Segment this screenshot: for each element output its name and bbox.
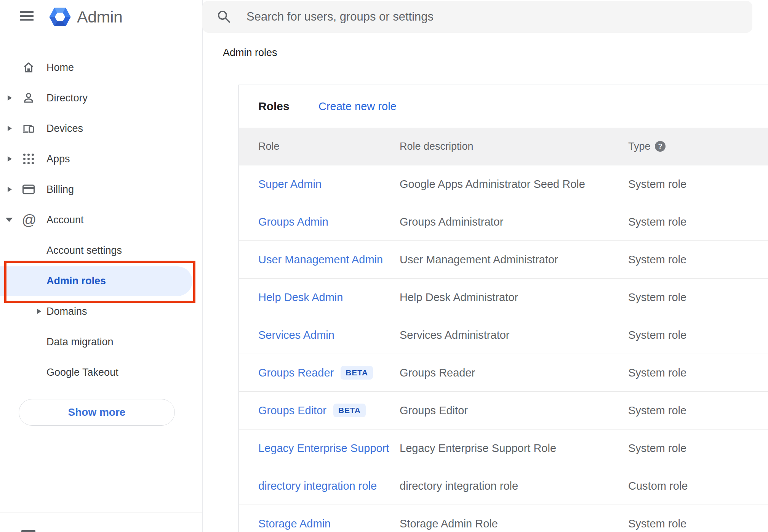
breadcrumb: Admin roles <box>223 47 277 59</box>
sidebar-item-label: Directory <box>46 92 88 104</box>
role-description: User Management Administrator <box>400 253 558 266</box>
sidebar-item-label: Home <box>46 62 74 74</box>
card-titlebar: Roles Create new role <box>239 85 768 128</box>
role-link[interactable]: Services Admin <box>258 329 334 341</box>
show-more-label: Show more <box>68 406 126 418</box>
table-header-row: Role Role description Type ? <box>239 128 768 165</box>
sidebar-item-domains[interactable]: Domains <box>0 296 202 327</box>
chevron-right-icon[interactable] <box>8 126 12 131</box>
table-row: Groups Editor BETA Groups Editor System … <box>239 392 768 429</box>
search-placeholder: Search for users, groups or settings <box>246 10 434 24</box>
role-description: Groups Editor <box>400 404 468 417</box>
sidebar-item-data-migration[interactable]: Data migration <box>0 327 202 357</box>
role-type: System role <box>628 329 686 341</box>
person-icon <box>22 91 35 105</box>
table-row: Help Desk Admin Help Desk Administrator … <box>239 279 768 316</box>
sidebar-item-account[interactable]: @ Account <box>0 205 202 235</box>
credit-card-icon <box>22 183 35 196</box>
role-link[interactable]: Legacy Enterprise Support <box>258 442 389 455</box>
sidebar-item-label: Google Takeout <box>46 367 118 378</box>
search-icon <box>216 9 232 24</box>
role-description: Legacy Enterprise Support Role <box>400 442 556 455</box>
sidebar-item-google-takeout[interactable]: Google Takeout <box>0 357 202 388</box>
hamburger-menu-icon[interactable] <box>20 11 34 21</box>
sidebar-item-devices[interactable]: Devices <box>0 113 202 144</box>
table-row: User Management Admin User Management Ad… <box>239 241 768 279</box>
beta-badge: BETA <box>341 366 373 380</box>
sidebar-item-apps[interactable]: Apps <box>0 144 202 174</box>
role-type: System role <box>628 216 686 228</box>
table-row: directory integration role directory int… <box>239 467 768 505</box>
sidebar-right-divider <box>202 0 203 532</box>
sidebar-item-directory[interactable]: Directory <box>0 83 202 113</box>
role-description: Help Desk Administrator <box>400 291 518 304</box>
role-description: Storage Admin Role <box>400 518 498 530</box>
role-description: Groups Reader <box>400 367 475 379</box>
sidebar-item-home[interactable]: Home <box>0 52 202 83</box>
role-description: Groups Administrator <box>400 216 503 228</box>
sidebar-item-label: Billing <box>46 184 74 195</box>
role-link[interactable]: Groups Editor <box>258 404 326 417</box>
role-type: System role <box>628 178 686 191</box>
chevron-right-icon[interactable] <box>8 187 12 192</box>
home-icon <box>22 61 35 74</box>
role-description: directory integration role <box>400 480 518 492</box>
role-type: System role <box>628 442 686 455</box>
role-type: System role <box>628 291 686 304</box>
beta-badge: BETA <box>333 404 366 417</box>
role-description: Google Apps Administrator Seed Role <box>400 178 585 191</box>
sidebar-item-label: Account settings <box>46 245 122 256</box>
table-row: Services Admin Services Administrator Sy… <box>239 316 768 354</box>
column-header-type: Type <box>628 141 651 152</box>
sidebar-item-label: Apps <box>46 153 70 165</box>
table-row: Storage Admin Storage Admin Role System … <box>239 505 768 532</box>
table-row: Super Admin Google Apps Administrator Se… <box>239 165 768 203</box>
chevron-right-icon[interactable] <box>8 95 12 101</box>
role-link[interactable]: Super Admin <box>258 178 322 191</box>
sidebar-bottom-divider <box>0 513 202 513</box>
admin-console-page: Admin Search for users, groups or settin… <box>0 0 768 532</box>
column-header-role: Role <box>258 141 280 152</box>
role-link[interactable]: Groups Reader <box>258 367 334 379</box>
admin-logo-icon <box>49 6 71 27</box>
role-type: System role <box>628 404 686 417</box>
help-icon[interactable]: ? <box>655 141 666 152</box>
role-description: Services Administrator <box>400 329 510 341</box>
sidebar-item-label: Devices <box>46 123 83 135</box>
card-title: Roles <box>258 100 290 113</box>
role-type: System role <box>628 367 686 379</box>
at-sign-icon: @ <box>22 213 35 227</box>
chevron-right-icon[interactable] <box>37 309 41 314</box>
role-type: System role <box>628 518 686 530</box>
cut-off-icon <box>21 530 35 532</box>
create-new-role-link[interactable]: Create new role <box>318 100 397 113</box>
sidebar: Home Directory Devices <box>0 52 202 388</box>
sidebar-item-label: Domains <box>46 306 87 317</box>
role-type: System role <box>628 253 686 266</box>
devices-icon <box>22 122 35 135</box>
show-more-button[interactable]: Show more <box>19 399 175 426</box>
admin-logo-text: Admin <box>77 8 122 26</box>
sidebar-item-label: Account <box>46 214 84 226</box>
role-link[interactable]: Storage Admin <box>258 518 331 530</box>
admin-logo: Admin <box>49 6 122 27</box>
apps-grid-icon <box>22 152 35 166</box>
chevron-down-icon[interactable] <box>6 218 13 222</box>
column-header-description: Role description <box>400 141 474 152</box>
sidebar-item-admin-roles[interactable]: Admin roles <box>0 266 202 296</box>
roles-card: Roles Create new role Role Role descript… <box>238 85 768 532</box>
sidebar-item-billing[interactable]: Billing <box>0 174 202 205</box>
role-link[interactable]: User Management Admin <box>258 253 383 266</box>
sidebar-item-label: Data migration <box>46 336 114 348</box>
chevron-right-icon[interactable] <box>8 156 12 162</box>
roles-table: Super Admin Google Apps Administrator Se… <box>239 165 768 532</box>
table-row: Groups Reader BETA Groups Reader System … <box>239 354 768 392</box>
sidebar-item-account-settings[interactable]: Account settings <box>0 235 202 266</box>
search-input[interactable]: Search for users, groups or settings <box>202 1 752 33</box>
role-link[interactable]: Help Desk Admin <box>258 291 343 304</box>
table-row: Groups Admin Groups Administrator System… <box>239 203 768 241</box>
role-link[interactable]: Groups Admin <box>258 216 328 228</box>
breadcrumb-divider <box>202 65 768 65</box>
table-row: Legacy Enterprise Support Legacy Enterpr… <box>239 429 768 467</box>
role-link[interactable]: directory integration role <box>258 480 377 492</box>
